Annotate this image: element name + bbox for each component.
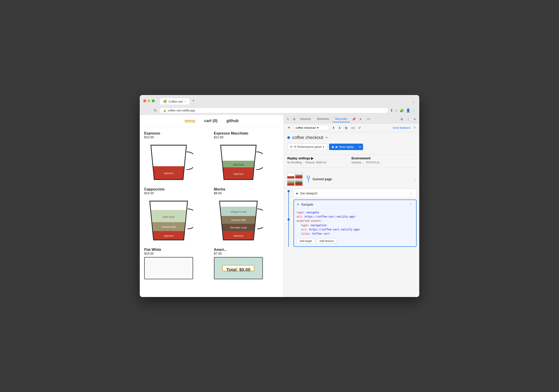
forward-btn[interactable]: › [148,108,151,113]
product-name-espresso: Espresso [144,131,210,135]
product-card-americano[interactable]: Ameri... $7.00 Total: $0.00 [214,248,279,279]
environment-col: Environment Desktop | 723×574 px [352,157,416,164]
product-name-flat-white: Flat White [144,248,210,252]
profile-icon[interactable]: 👤 [406,108,410,113]
devtools-panel: ↖ ⧉ Sources Elements Recorder 📌 ✕ >> ⚙ ⋮… [284,115,419,297]
slow-replay-btn[interactable]: ▶ ▶ Slow replay [329,144,357,150]
title-bar: 🌿 Coffee cart ✕ + ⌄ [140,95,419,106]
svg-text:steamed milk: steamed milk [161,225,176,228]
send-feedback-link[interactable]: Send feedback [392,126,410,129]
record-btn[interactable]: ↺ [357,125,362,130]
svg-rect-31 [295,180,302,181]
devtools-close-btn[interactable]: ✕ [412,116,418,122]
browser-tab[interactable]: 🌿 Coffee cart ✕ [160,98,189,105]
replay-settings-row[interactable]: Replay settings ▶ [287,157,352,160]
recording-title: coffee checkout [292,135,323,140]
device-icon-btn[interactable]: ⧉ [292,116,297,122]
tab-dropdown-btn[interactable]: ⌄ [411,99,416,105]
env-separator: | [363,161,364,164]
nav-menu-link[interactable]: menu [185,118,195,123]
product-card-flat-white[interactable]: Flat White $18.00 [144,248,210,279]
tab-favicon: 🌿 [163,100,167,103]
slow-replay-dropdown-btn[interactable]: ▾ [357,144,363,150]
code-line-asserted: asserted events: [297,219,413,223]
code-line-type: type: navigate [297,211,413,215]
code-key-url: url [297,215,301,218]
cup-cappuccino: milk foam steamed milk espresso [144,197,193,243]
step-more-btn-navigate[interactable]: ⋮ [408,202,413,206]
product-card-espresso[interactable]: Espresso $10.00 espresso [144,131,210,183]
edit-recording-title-btn[interactable]: ✏ [326,136,328,139]
bookmark-icon[interactable]: ☆ [395,108,398,113]
perf-panel-dropdown-arrow: ▾ [323,145,324,149]
timeline-column [286,189,291,247]
code-value-title: Coffee cart [312,232,330,235]
cup-espresso: espresso [144,141,193,183]
code-line-url: url: https://coffee-cart.netlify.app/ [297,215,413,219]
minimize-window-btn[interactable] [148,99,150,102]
new-tab-btn[interactable]: + [190,97,197,105]
website-area: menu cart (0) github Espresso $10.00 [140,115,284,297]
svg-rect-25 [295,176,302,178]
desktop-value: Desktop [352,161,361,164]
timeline-line-1 [308,179,309,182]
code-key-nested-type: type [301,224,307,227]
svg-text:milk foam: milk foam [163,215,175,218]
tab-more[interactable]: >> [364,116,373,122]
step-more-btn-viewport[interactable]: ⋮ [408,191,414,195]
url-text: coffee-cart.netlify.app [168,109,195,112]
tab-recorder[interactable]: Recorder [333,116,350,122]
recorder-pin-icon[interactable]: 📌 [351,116,357,122]
svg-text:whipped cream: whipped cream [230,210,247,213]
product-card-macchiato[interactable]: Espresso Macchiato $12.00 milk foam [214,131,279,183]
step-header-set-viewport[interactable]: ▶ Set viewport ⋮ [294,189,416,197]
product-name-mocha: Mocha [214,187,279,191]
add-target-btn[interactable]: Add target [297,238,315,244]
code-block-navigate: type: navigate url: https://coffee-cart.… [297,211,413,236]
browser-window: 🌿 Coffee cart ✕ + ⌄ ‹ › ↻ 🔒 coffee-cart.… [140,95,419,297]
close-tab-btn[interactable]: ✕ [184,100,186,103]
add-timeout-btn[interactable]: Add timeout [316,238,336,244]
svg-text:milk foam: milk foam [233,163,244,166]
tab-sources[interactable]: Sources [298,116,314,122]
svg-rect-22 [287,176,294,178]
share-icon[interactable]: ⬆ [390,108,393,113]
current-page-more-btn[interactable]: ⋮ [413,177,417,181]
timeline-line-step2 [289,221,289,247]
close-window-btn[interactable] [143,99,146,102]
performance-panel-btn[interactable]: ⟳ ⟳ Performance panel ▾ [287,144,327,150]
back-btn[interactable]: ‹ [143,108,146,113]
maximize-window-btn[interactable] [152,99,155,102]
separator: | [304,161,304,164]
inspector-icon-btn[interactable]: ↖ [286,116,291,122]
product-card-mocha[interactable]: Mocha $8.00 whipped cream [214,187,279,243]
code-value-type: navigate [306,211,319,214]
step-replay-btn[interactable]: ⊳| [350,125,356,130]
throttling-value: No throttling [287,161,302,164]
devtools-more-btn[interactable]: ⋮ [405,116,411,122]
step-header-navigate[interactable]: ▼ Navigate ⋮ [294,200,416,209]
devtools-settings-btn[interactable]: ⚙ [399,116,405,122]
tab-elements[interactable]: Elements [314,116,332,122]
svg-text:espresso: espresso [233,172,243,175]
nav-github-link[interactable]: github [226,118,239,123]
products-grid: Espresso $10.00 espresso [140,127,283,284]
refresh-btn[interactable]: ↻ [153,108,158,113]
add-recording-btn[interactable]: + [286,125,292,131]
svg-rect-34 [295,184,302,186]
recording-select[interactable]: coffee checkout ▾ [293,125,329,131]
help-btn[interactable]: ? [412,125,417,130]
export-recording-btn[interactable]: ⬆ [331,125,336,130]
close-recorder-tab-btn[interactable]: ✕ [358,116,363,122]
extensions-icon[interactable]: 🧩 [400,108,404,113]
browser-content: menu cart (0) github Espresso $10.00 [140,115,419,297]
url-bar[interactable]: 🔒 coffee-cart.netlify.app [159,108,388,113]
svg-rect-24 [295,174,302,176]
delete-recording-btn[interactable]: 🗑 [343,125,349,130]
product-price-mocha: $8.00 [214,191,279,195]
nav-cart-link[interactable]: cart (0) [204,118,217,123]
product-card-cappuccino[interactable]: Cappuccino $19.00 milk foam [144,187,210,243]
import-recording-btn[interactable]: ⬇ [337,125,342,130]
menu-icon[interactable]: ⋮ [412,108,416,113]
recording-select-value: coffee checkout [296,126,316,129]
